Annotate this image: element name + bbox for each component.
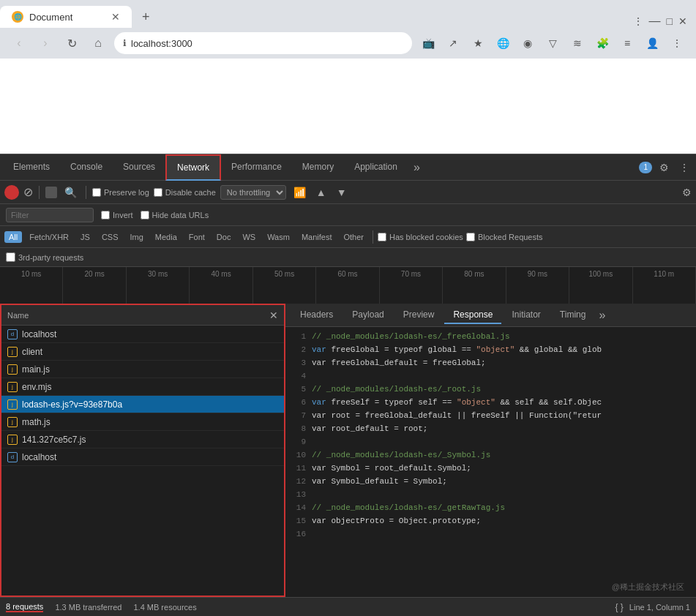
timeline-label-4: 40 ms [211, 270, 231, 278]
wifi-icon[interactable]: 📶 [291, 187, 309, 198]
type-btn-all[interactable]: All [4, 231, 22, 243]
invert-checkbox[interactable]: Invert [101, 211, 133, 219]
tab-memory[interactable]: Memory [292, 154, 344, 181]
tab-elements[interactable]: Elements [3, 154, 60, 181]
extension-icon-4[interactable]: ≋ [567, 33, 588, 53]
type-btn-fetch-xhr[interactable]: Fetch/XHR [25, 231, 73, 243]
disable-cache-input[interactable] [154, 188, 162, 197]
extension-icon-1[interactable]: 🌐 [493, 33, 513, 53]
third-party-input[interactable] [6, 252, 15, 262]
line-code-15: var objectProto = Object.prototype; [312, 517, 481, 525]
url-bar[interactable]: ℹ localhost:3000 [114, 32, 412, 54]
record-button[interactable] [4, 185, 19, 200]
devtools-badge: 1 [639, 162, 652, 173]
download-icon[interactable]: ▼ [334, 187, 350, 198]
cast-icon[interactable]: 📺 [418, 33, 438, 53]
more-tabs-button[interactable]: » [408, 161, 426, 174]
type-btn-media[interactable]: Media [151, 231, 182, 243]
resp-more-tabs-button[interactable]: » [599, 309, 605, 322]
keyword-var-1: var [312, 345, 331, 354]
type-btn-manifest[interactable]: Manifest [297, 231, 337, 243]
devtools-more-button[interactable]: ⋮ [676, 159, 693, 176]
file-item-localhost-2[interactable]: d localhost [1, 448, 284, 466]
tab-network[interactable]: Network [165, 154, 221, 181]
timeline-cell-5: 50 ms [253, 267, 316, 304]
resp-tab-response[interactable]: Response [444, 307, 501, 324]
tab-performance[interactable]: Performance [221, 154, 292, 181]
extension-icon-3[interactable]: ▽ [542, 33, 563, 53]
tab-application[interactable]: Application [344, 154, 408, 181]
timeline-label-7: 70 ms [401, 270, 421, 278]
type-btn-css[interactable]: CSS [97, 231, 123, 243]
extension-icon-2[interactable]: ◉ [517, 33, 538, 53]
file-item-math-js[interactable]: j math.js [1, 413, 284, 431]
disable-cache-checkbox[interactable]: Disable cache [154, 188, 216, 197]
file-item-localhost-1[interactable]: d localhost [1, 326, 284, 343]
more-icon[interactable]: ⋮ [667, 33, 687, 53]
keyword-var-2: var [312, 398, 331, 407]
resp-tab-initiator[interactable]: Initiator [503, 307, 549, 324]
resp-tab-timing[interactable]: Timing [551, 307, 595, 324]
third-party-bar: 3rd-party requests [0, 248, 696, 267]
filter-icon[interactable] [45, 187, 57, 198]
bookmark-icon[interactable]: ★ [468, 33, 488, 53]
file-item-141[interactable]: j 141.327ce5c7.js [1, 431, 284, 448]
forward-button[interactable]: › [35, 33, 56, 53]
clear-button[interactable]: ⊘ [23, 185, 33, 199]
hide-data-urls-input[interactable] [141, 211, 149, 219]
puzzle-icon[interactable]: 🧩 [592, 33, 613, 53]
file-item-lodash[interactable]: j lodash-es.js?v=93e87b0a [1, 396, 284, 413]
upload-icon[interactable]: ▲ [313, 187, 329, 198]
type-btn-img[interactable]: Img [126, 231, 148, 243]
file-item-env-mjs[interactable]: j env.mjs [1, 378, 284, 396]
invert-input[interactable] [101, 211, 110, 219]
line-num-4: 4 [285, 372, 312, 380]
maximize-button[interactable]: □ [667, 15, 673, 27]
code-line-3: 3 var freeGlobal_default = freeGlobal; [285, 356, 696, 369]
profile-icon[interactable]: 👤 [642, 33, 662, 53]
type-btn-wasm[interactable]: Wasm [263, 231, 294, 243]
file-list-close-button[interactable]: ✕ [269, 309, 278, 321]
file-item-client[interactable]: j client [1, 343, 284, 361]
code-line-14: 14 // _node_modules/lodash-es/_getRawTag… [285, 501, 696, 514]
menu-icon[interactable]: ≡ [617, 33, 637, 53]
filter-input[interactable] [6, 208, 94, 222]
file-name-main-js: main.js [22, 364, 50, 375]
type-btn-ws[interactable]: WS [238, 231, 260, 243]
new-tab-button[interactable]: + [135, 7, 157, 28]
back-button[interactable]: ‹ [9, 33, 29, 53]
third-party-checkbox[interactable]: 3rd-party requests [6, 252, 83, 262]
type-btn-font[interactable]: Font [184, 231, 209, 243]
type-btn-js[interactable]: JS [76, 231, 94, 243]
devtools-settings-button[interactable]: ⚙ [655, 159, 673, 176]
window-menu-button[interactable]: ⋮ [633, 15, 643, 27]
browser-tab[interactable]: 🌐 Document ✕ [0, 6, 132, 28]
has-blocked-cookies-input[interactable] [378, 233, 386, 241]
blocked-requests-checkbox[interactable]: Blocked Requests [466, 233, 543, 241]
share-icon[interactable]: ↗ [443, 33, 463, 53]
line-num-15: 15 [285, 517, 312, 525]
resp-tab-preview[interactable]: Preview [394, 307, 444, 324]
type-btn-doc[interactable]: Doc [212, 231, 236, 243]
tab-sources[interactable]: Sources [113, 154, 165, 181]
preserve-log-checkbox[interactable]: Preserve log [92, 188, 149, 197]
search-icon[interactable]: 🔍 [61, 187, 80, 198]
resp-tab-payload[interactable]: Payload [343, 307, 392, 324]
minimize-button[interactable]: — [649, 15, 661, 28]
timeline-label-6: 60 ms [337, 270, 357, 278]
hide-data-urls-checkbox[interactable]: Hide data URLs [141, 211, 209, 219]
resp-tab-headers[interactable]: Headers [291, 307, 342, 324]
file-item-main-js[interactable]: j main.js [1, 361, 284, 378]
tab-console[interactable]: Console [60, 154, 113, 181]
network-settings-button[interactable]: ⚙ [682, 187, 692, 198]
close-window-button[interactable]: ✕ [678, 15, 687, 27]
tab-close-button[interactable]: ✕ [111, 11, 120, 23]
home-button[interactable]: ⌂ [88, 33, 108, 53]
reload-button[interactable]: ↻ [61, 33, 82, 53]
blocked-requests-input[interactable] [466, 233, 475, 241]
preserve-log-input[interactable] [92, 188, 101, 197]
has-blocked-cookies-checkbox[interactable]: Has blocked cookies [378, 233, 463, 241]
throttle-select[interactable]: No throttling [220, 185, 286, 200]
type-btn-other[interactable]: Other [339, 231, 368, 243]
brackets-icon: { } [615, 602, 623, 612]
